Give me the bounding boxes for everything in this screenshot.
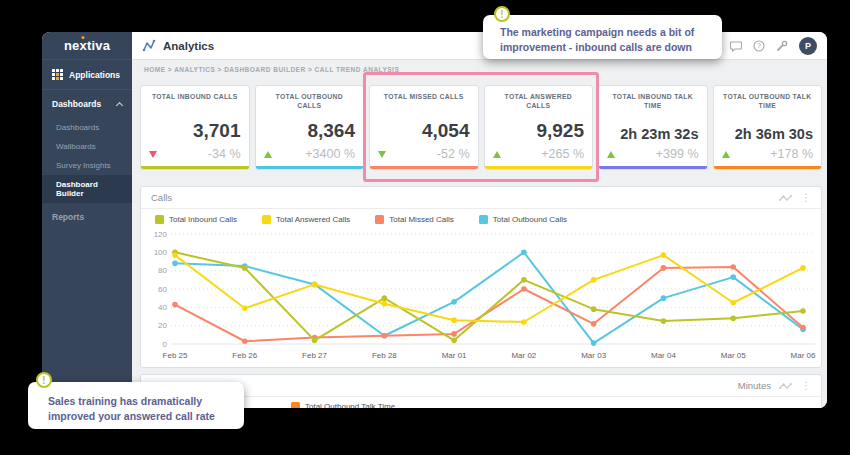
sparkline-icon[interactable]	[779, 194, 793, 202]
kpi-value: 8,364	[264, 120, 356, 142]
legend-label: Total Inbound Calls	[169, 215, 237, 224]
kpi-card-total-inbound-talk-time[interactable]: TOTAL INBOUND TALK TIME 2h 23m 32s +399 …	[598, 85, 708, 170]
kpi-value: 2h 23m 32s	[607, 126, 699, 142]
sidebar-item-label: Reports	[52, 212, 84, 222]
annotation-text: Sales training has dramatically improved…	[48, 394, 232, 423]
chevron-up-icon	[116, 101, 123, 108]
kpi-delta: +3400 %	[305, 147, 355, 161]
legend-item[interactable]: Total Missed Calls	[375, 215, 453, 224]
svg-text:80: 80	[158, 266, 167, 275]
apps-grid-icon	[52, 69, 63, 80]
svg-text:40: 40	[158, 303, 167, 312]
svg-text:Mar 06: Mar 06	[791, 351, 816, 360]
calls-line-chart: 020406080100120Feb 25Feb 26Feb 27Feb 28M…	[145, 226, 817, 362]
kpi-card-total-missed-calls[interactable]: TOTAL MISSED CALLS 4,054 -52 %	[369, 85, 479, 170]
kpi-card-total-outbound-talk-time[interactable]: TOTAL OUTBOUND TALK TIME 2h 36m 30s +178…	[713, 85, 823, 170]
svg-text:100: 100	[154, 248, 168, 257]
kpi-accent-bar	[714, 166, 822, 169]
kpi-delta: +265 %	[541, 147, 584, 161]
legend-swatch	[291, 402, 300, 408]
sparkline-icon[interactable]	[779, 382, 793, 390]
sidebar-item-reports[interactable]: Reports	[42, 203, 132, 231]
page-title: Analytics	[163, 40, 214, 52]
kpi-card-row: TOTAL INBOUND CALLS 3,701 -34 % TOTAL OU…	[140, 85, 822, 170]
sidebar-subitem-wallboards[interactable]: Wallboards	[42, 137, 132, 156]
sidebar-item-applications[interactable]: Applications	[42, 60, 132, 90]
app-window: nextiva Applications Dashboards Dashboar…	[42, 32, 827, 408]
legend-item[interactable]: Total Inbound Calls	[155, 215, 237, 224]
kpi-accent-bar	[599, 166, 707, 169]
kpi-delta: -34 %	[208, 147, 241, 161]
sidebar-subitem-dashboard-builder[interactable]: Dashboard Builder	[42, 175, 132, 203]
panel-title: Calls	[151, 192, 172, 203]
legend-label: Total Outbound Talk Time	[305, 402, 395, 408]
sidebar-subitem-dashboards[interactable]: Dashboards	[42, 118, 132, 137]
screenshot-stage: nextiva Applications Dashboards Dashboar…	[0, 0, 850, 455]
sidebar-item-label: Applications	[69, 70, 120, 80]
sidebar-item-dashboards[interactable]: Dashboards	[42, 90, 132, 118]
analytics-logo-icon	[142, 39, 156, 53]
svg-text:Feb 27: Feb 27	[302, 351, 327, 360]
chat-icon[interactable]	[730, 40, 742, 52]
legend-label: Total Answered Calls	[276, 215, 350, 224]
nextiva-logo: nextiva	[42, 32, 132, 60]
trend-arrow-icon	[264, 151, 272, 158]
kpi-card-total-answered-calls[interactable]: TOTAL ANSWERED CALLS 9,925 +265 %	[484, 85, 594, 170]
annotation-sales-training: ! Sales training has dramatically improv…	[28, 382, 244, 429]
kpi-card-total-outbound-calls[interactable]: TOTAL OUTBOUND CALLS 8,364 +3400 %	[255, 85, 365, 170]
svg-text:Mar 03: Mar 03	[581, 351, 606, 360]
annotation-text: The marketing campaign needs a bit of im…	[500, 25, 710, 54]
legend-swatch	[155, 215, 164, 224]
kpi-delta: +399 %	[656, 147, 699, 161]
legend-label: Total Missed Calls	[389, 215, 453, 224]
kpi-value: 3,701	[149, 120, 241, 142]
kpi-value: 4,054	[378, 120, 470, 142]
kpi-accent-bar	[485, 166, 593, 169]
trend-arrow-icon	[607, 151, 615, 158]
alert-icon: !	[36, 372, 52, 388]
legend-swatch	[375, 215, 384, 224]
sidebar-subitem-survey-insights[interactable]: Survey Insights	[42, 156, 132, 175]
kpi-accent-bar	[256, 166, 364, 169]
kpi-title: TOTAL OUTBOUND TALK TIME	[722, 93, 814, 111]
alert-icon: !	[494, 6, 510, 22]
trend-arrow-icon	[378, 151, 386, 158]
svg-text:?: ?	[757, 42, 761, 49]
kpi-card-total-inbound-calls[interactable]: TOTAL INBOUND CALLS 3,701 -34 %	[140, 85, 250, 170]
svg-text:120: 120	[154, 230, 168, 239]
svg-text:Feb 25: Feb 25	[163, 351, 188, 360]
legend-label: Total Outbound Calls	[493, 215, 567, 224]
breadcrumb[interactable]: HOME > ANALYTICS > DASHBOARD BUILDER > C…	[132, 60, 827, 73]
annotation-marketing-campaign: ! The marketing campaign needs a bit of …	[483, 15, 722, 59]
sidebar: nextiva Applications Dashboards Dashboar…	[42, 32, 132, 408]
legend-swatch	[479, 215, 488, 224]
sidebar-item-label: Dashboards	[52, 99, 101, 109]
svg-text:Mar 05: Mar 05	[721, 351, 746, 360]
svg-text:Mar 02: Mar 02	[511, 351, 536, 360]
chart-legend: Total Inbound Calls Total Answered Calls…	[141, 209, 821, 226]
kpi-title: TOTAL INBOUND CALLS	[149, 93, 241, 102]
kpi-value: 2h 36m 30s	[722, 126, 814, 142]
legend-item[interactable]: Total Answered Calls	[262, 215, 350, 224]
panel-title: Minutes	[738, 380, 771, 391]
kebab-menu-icon[interactable]: ⋮	[801, 192, 811, 203]
kpi-accent-bar	[141, 166, 249, 169]
kpi-title: TOTAL INBOUND TALK TIME	[607, 93, 699, 111]
main-content: HOME > ANALYTICS > DASHBOARD BUILDER > C…	[132, 60, 827, 408]
wrench-icon[interactable]	[776, 40, 788, 52]
kpi-title: TOTAL ANSWERED CALLS	[493, 93, 585, 111]
calls-chart-panel: Calls ⋮ Total Inbound Calls	[140, 186, 822, 368]
kebab-menu-icon[interactable]: ⋮	[801, 380, 811, 391]
user-avatar[interactable]: P	[799, 37, 817, 55]
kpi-value: 9,925	[493, 120, 585, 142]
help-icon[interactable]: ?	[753, 40, 765, 52]
svg-text:0: 0	[163, 340, 168, 349]
legend-item[interactable]: Total Outbound Calls	[479, 215, 567, 224]
legend-swatch	[262, 215, 271, 224]
svg-text:Mar 04: Mar 04	[651, 351, 676, 360]
legend-item[interactable]: Total Outbound Talk Time	[291, 402, 395, 408]
kpi-title: TOTAL OUTBOUND CALLS	[264, 93, 356, 111]
kpi-delta: -52 %	[437, 147, 470, 161]
top-header: Analytics ? P	[132, 32, 827, 60]
trend-arrow-icon	[149, 151, 157, 158]
